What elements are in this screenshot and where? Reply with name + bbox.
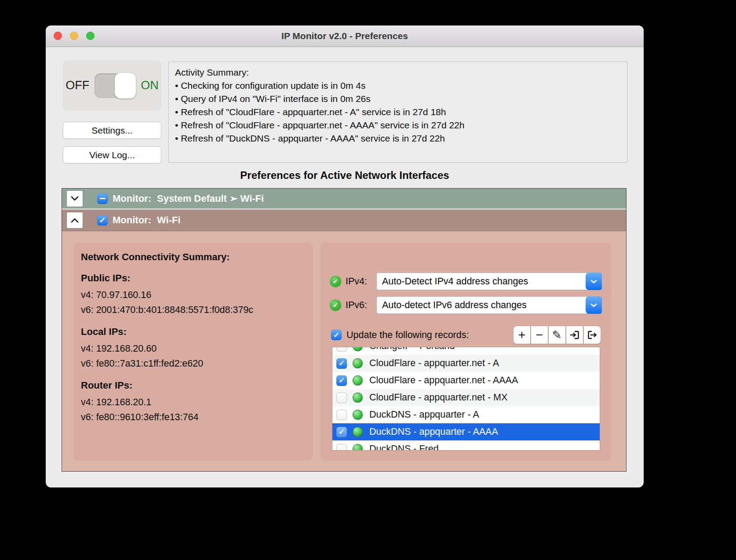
ipv6-mode-select[interactable]: Auto-detect IPv6 address changes <box>376 296 602 314</box>
minus-icon: − <box>536 329 543 341</box>
public-ipv6: v6: 2001:470:b:401:8848:5571:f0d8:379c <box>81 302 313 317</box>
record-row[interactable]: CloudFlare - appquarter.net - A <box>332 355 600 372</box>
ipv6-label: IPv6: <box>346 300 373 311</box>
add-record-button[interactable]: + <box>514 326 530 344</box>
monitor-value: System Default ➢ Wi-Fi <box>157 193 264 204</box>
status-dot-icon <box>353 347 363 351</box>
record-checkbox[interactable] <box>336 347 347 352</box>
router-ips-title: Router IPs: <box>81 380 313 391</box>
update-records-checkbox[interactable] <box>331 330 342 340</box>
public-ips-title: Public IPs: <box>81 273 313 284</box>
desktop-background: IP Monitor v2.0 - Preferences OFF ON Set… <box>0 0 736 560</box>
record-checkbox[interactable] <box>336 444 347 451</box>
view-log-button[interactable]: View Log... <box>63 146 161 164</box>
ipv4-status-ok-icon <box>330 276 341 287</box>
ipv4-mode-select[interactable]: Auto-Detect IPv4 address changes <box>376 273 602 290</box>
router-ipv6: v6: fe80::9610:3eff:fe13:764 <box>81 410 313 425</box>
record-row[interactable]: CloudFlare - appquarter.net - AAAA <box>332 372 600 389</box>
import-records-button[interactable] <box>566 326 583 344</box>
public-ipv4: v4: 70.97.160.16 <box>81 287 313 302</box>
settings-button[interactable]: Settings... <box>63 122 161 139</box>
ipv6-status-ok-icon <box>330 299 341 311</box>
ipv4-row: IPv4: Auto-Detect IPv4 address changes <box>330 273 602 290</box>
chevron-up-icon <box>71 218 79 223</box>
minimize-button[interactable] <box>70 32 78 40</box>
export-icon <box>587 329 598 341</box>
chevron-down-icon <box>71 196 79 201</box>
monitor-checkbox-mixed[interactable] <box>97 193 108 204</box>
record-row[interactable]: CloudFlare - appquarter.net - MX <box>332 389 600 406</box>
status-dot-icon <box>353 427 363 437</box>
window-title: IP Monitor v2.0 - Preferences <box>281 31 408 41</box>
status-dot-icon <box>353 358 363 368</box>
ipv4-mode-value: Auto-Detect IPv4 address changes <box>382 276 528 287</box>
traffic-lights <box>54 32 95 40</box>
record-row[interactable]: DuckDNS - Fred <box>332 440 600 450</box>
zoom-button[interactable] <box>86 32 95 40</box>
plus-icon: + <box>518 329 525 341</box>
dropdown-cap <box>586 273 602 290</box>
close-button[interactable] <box>54 32 62 40</box>
records-toolbar: + − ✎ <box>514 326 601 344</box>
local-ipv6: v6: fe80::7a31:c1ff:fed2:e620 <box>81 356 313 371</box>
record-checkbox[interactable] <box>336 375 347 386</box>
on-label: ON <box>141 79 159 92</box>
monitor-header-system-default: Monitor: System Default ➢ Wi-Fi <box>62 189 626 210</box>
monitor-header-wifi: Monitor: Wi-Fi <box>62 210 626 231</box>
record-label: CloudFlare - appquarter.net - MX <box>369 392 507 403</box>
status-dot-icon <box>353 410 363 420</box>
record-row[interactable]: DuckDNS - appquarter - A <box>332 406 600 423</box>
record-checkbox[interactable] <box>336 427 347 437</box>
chevron-down-icon <box>590 303 597 307</box>
app-window: IP Monitor v2.0 - Preferences OFF ON Set… <box>46 25 644 487</box>
disclosure-button[interactable] <box>67 212 83 228</box>
record-label: ChangeIP - Portland <box>369 347 455 352</box>
update-records-row: Update the following records: <box>331 326 469 344</box>
off-label: OFF <box>66 79 89 92</box>
power-toggle[interactable] <box>95 73 135 98</box>
export-records-button[interactable] <box>584 326 601 344</box>
record-checkbox[interactable] <box>336 410 347 420</box>
disclosure-button[interactable] <box>67 191 83 207</box>
chevron-down-icon <box>590 280 597 284</box>
record-checkbox[interactable] <box>336 393 347 403</box>
activity-item: Refresh of "CloudFlare - appquarter.net … <box>175 119 621 132</box>
activity-summary: Activity Summary: Checking for configura… <box>168 62 627 163</box>
interfaces-table: Monitor: System Default ➢ Wi-Fi Monitor:… <box>62 188 627 472</box>
local-ipv4: v4: 192.168.20.60 <box>81 341 313 356</box>
record-row-selected[interactable]: DuckDNS - appquarter - AAAA <box>332 423 600 440</box>
status-dot-icon <box>353 393 363 403</box>
record-label: CloudFlare - appquarter.net - AAAA <box>369 375 518 386</box>
monitor-checkbox-checked[interactable] <box>97 215 108 225</box>
edit-record-button[interactable]: ✎ <box>549 326 565 344</box>
activity-item: Refresh of "DuckDNS - appquarter - AAAA"… <box>175 132 621 145</box>
dropdown-cap <box>586 296 602 314</box>
network-summary-title: Network Connectivity Summary: <box>81 251 313 263</box>
records-list[interactable]: ChangeIP - Portland CloudFlare - appquar… <box>332 347 600 450</box>
local-ips-title: Local IPs: <box>81 326 313 338</box>
activity-item: Checking for configuration update is in … <box>175 79 621 92</box>
remove-record-button[interactable]: − <box>531 326 548 344</box>
power-toggle-panel: OFF ON <box>63 60 161 111</box>
title-bar[interactable]: IP Monitor v2.0 - Preferences <box>46 25 644 47</box>
record-label: DuckDNS - Fred <box>369 444 439 450</box>
record-label: CloudFlare - appquarter.net - A <box>369 358 499 369</box>
update-records-label: Update the following records: <box>346 330 469 341</box>
ipv6-mode-value: Auto-detect IPv6 address changes <box>382 300 527 311</box>
record-label: DuckDNS - appquarter - AAAA <box>369 426 498 437</box>
wifi-monitor-content: Network Connectivity Summary: Public IPs… <box>62 231 626 472</box>
monitor-label: Monitor: <box>113 193 151 204</box>
monitor-value: Wi-Fi <box>157 215 181 226</box>
record-checkbox[interactable] <box>336 358 347 369</box>
ipv4-label: IPv4: <box>346 276 373 287</box>
page-title: Preferences for Active Network Interface… <box>46 169 644 182</box>
activity-summary-title: Activity Summary: <box>175 65 621 79</box>
router-ipv4: v4: 192.168.20.1 <box>81 395 313 410</box>
import-icon <box>569 329 580 341</box>
record-row[interactable]: ChangeIP - Portland <box>332 347 600 355</box>
status-dot-icon <box>353 375 363 385</box>
pencil-icon: ✎ <box>552 329 562 341</box>
ipv6-row: IPv6: Auto-detect IPv6 address changes <box>330 296 602 314</box>
toggle-knob <box>115 73 136 98</box>
record-label: DuckDNS - appquarter - A <box>369 409 479 420</box>
